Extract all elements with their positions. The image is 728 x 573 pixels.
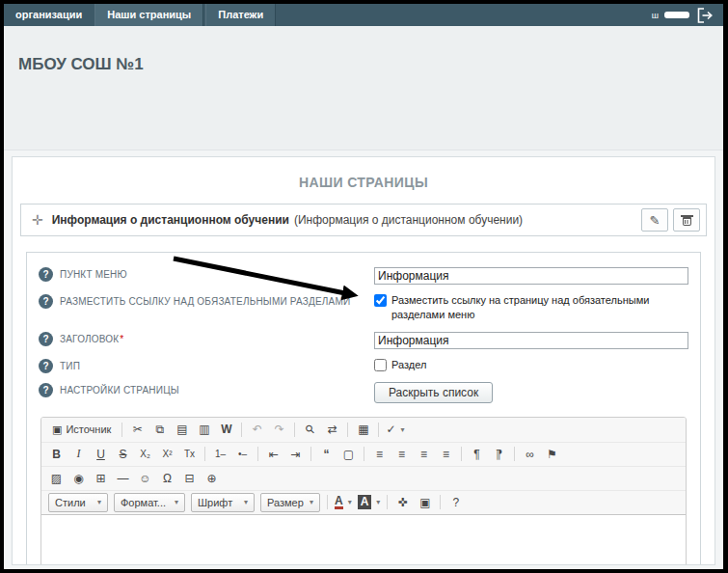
toolbar-separator <box>440 495 441 509</box>
form-row-menu-item: ? ПУНКТ МЕНЮ <box>39 266 688 285</box>
anchor-icon[interactable]: ⚑ <box>542 445 562 464</box>
nav-organizations[interactable]: организации <box>4 4 94 26</box>
font-dropdown-label: Шрифт <box>198 497 232 508</box>
chevron-down-icon: ▾ <box>400 425 404 434</box>
toolbar-separator <box>364 447 364 461</box>
undo-icon[interactable]: ↶ <box>247 420 267 439</box>
topbar: организации Наши страницы Платежи ш <box>4 4 723 26</box>
find-icon[interactable]: ⚲ <box>296 417 324 444</box>
page-break-icon[interactable]: ⊟ <box>179 469 200 488</box>
strikethrough-icon[interactable]: S <box>113 445 133 464</box>
paste-text-icon[interactable]: ▥ <box>194 420 214 439</box>
page-form: ? ПУНКТ МЕНЮ ? РАЗМЕСТИТЬ ССЫЛКУ НАД ОБЯ… <box>26 252 701 565</box>
align-center-icon[interactable]: ≡ <box>391 445 412 464</box>
link-above-checkbox-label: Разместить ссылку на страницу над обязат… <box>391 293 688 322</box>
topbar-right: ш <box>652 4 723 26</box>
help-icon[interactable]: ? <box>39 359 53 373</box>
toolbar-separator <box>387 495 388 509</box>
align-left-icon[interactable]: ≡ <box>369 445 390 464</box>
bold-icon[interactable]: B <box>46 445 67 464</box>
toggle-pill[interactable] <box>664 12 689 18</box>
bulleted-list-icon[interactable]: •– <box>232 445 253 464</box>
title-input[interactable] <box>374 332 688 349</box>
expand-list-button[interactable]: Раскрыть список <box>374 382 493 403</box>
toolbar-separator <box>310 447 311 461</box>
edit-button[interactable]: ✎ <box>641 208 668 232</box>
div-container-icon[interactable]: ▢ <box>338 445 359 464</box>
help-icon[interactable]: ? <box>39 267 53 282</box>
about-icon[interactable]: ? <box>445 493 466 512</box>
increase-indent-icon[interactable]: ⇥ <box>285 445 306 464</box>
redo-icon[interactable]: ↷ <box>269 420 289 439</box>
align-justify-icon[interactable]: ≡ <box>436 445 456 464</box>
iframe-icon[interactable]: ⊕ <box>202 469 222 488</box>
chevron-down-icon: ▾ <box>175 498 178 506</box>
ltr-paragraph-icon[interactable]: ¶ <box>467 445 487 464</box>
site-header: МБОУ СОШ №1 <box>4 26 723 150</box>
menu-item-input[interactable] <box>374 267 688 285</box>
flash-icon[interactable]: ◉ <box>68 469 89 488</box>
font-dropdown[interactable]: Шрифт ▾ <box>191 493 255 512</box>
format-dropdown-label: Формат... <box>121 497 166 508</box>
move-icon[interactable]: ✛ <box>32 212 43 228</box>
spellcheck-icon[interactable]: ✓ ▾ <box>384 420 406 439</box>
help-icon[interactable]: ? <box>39 383 53 397</box>
chevron-down-icon: ▾ <box>97 498 101 506</box>
italic-icon[interactable]: I <box>68 445 89 464</box>
menu-item-label: ПУНКТ МЕНЮ <box>60 269 127 280</box>
help-icon[interactable]: ? <box>39 294 53 309</box>
numbered-list-icon[interactable]: 1– <box>210 445 230 464</box>
select-all-icon[interactable]: ▦ <box>353 420 373 439</box>
subscript-icon[interactable]: X₂ <box>135 445 155 464</box>
underline-icon[interactable]: U <box>91 445 111 464</box>
nav-payments[interactable]: Платежи <box>205 4 276 26</box>
help-icon[interactable]: ? <box>39 332 53 346</box>
show-blocks-icon[interactable]: ▣ <box>415 493 435 512</box>
link-icon[interactable]: ∞ <box>520 445 540 464</box>
size-dropdown[interactable]: Размер ▾ <box>260 493 320 512</box>
toolbar-separator <box>378 423 379 437</box>
toolbar-separator <box>241 423 242 437</box>
toolbar-separator <box>204 447 205 461</box>
source-button[interactable]: ▣ Источник <box>46 420 117 439</box>
screenshot-frame: организации Наши страницы Платежи ш МБОУ… <box>0 0 728 573</box>
maximize-icon[interactable]: ✜ <box>392 493 413 512</box>
editor-content-area[interactable] <box>41 515 686 565</box>
toolbar-separator <box>347 423 348 437</box>
topbar-right-label: ш <box>652 11 659 20</box>
chevron-down-icon: ▾ <box>376 498 380 506</box>
blockquote-icon[interactable]: “ <box>316 445 337 464</box>
form-row-type: ? ТИП Раздел <box>39 358 688 373</box>
decrease-indent-icon[interactable]: ⇤ <box>263 445 283 464</box>
paste-icon[interactable]: ▤ <box>172 420 192 439</box>
size-dropdown-label: Размер <box>267 497 304 508</box>
styles-dropdown[interactable]: Стили ▾ <box>48 493 108 512</box>
section-checkbox[interactable] <box>374 359 387 371</box>
copy-icon[interactable]: ⧉ <box>149 420 170 439</box>
format-dropdown[interactable]: Формат... ▾ <box>114 493 185 512</box>
superscript-icon[interactable]: X² <box>157 445 177 464</box>
logout-icon[interactable] <box>695 7 715 24</box>
chevron-down-icon: ▾ <box>348 498 352 506</box>
delete-button[interactable] <box>673 208 700 232</box>
special-char-icon[interactable]: Ω <box>157 469 177 488</box>
toolbar-separator <box>514 447 515 461</box>
replace-icon[interactable]: ⇄ <box>322 420 342 439</box>
paste-word-icon[interactable]: W <box>216 420 236 439</box>
trash-icon <box>683 217 691 226</box>
page-list-item: ✛ Информация о дистанционном обучении (И… <box>20 204 707 236</box>
page-settings-label: НАСТРОЙКИ СТРАНИЦЫ <box>60 385 179 396</box>
link-above-checkbox[interactable] <box>374 294 387 307</box>
cut-icon[interactable]: ✂ <box>127 420 148 439</box>
text-color-icon[interactable]: A ▾ <box>333 493 354 512</box>
image-icon[interactable]: ▨ <box>46 469 67 488</box>
rtl-paragraph-icon[interactable]: ¶ <box>489 445 509 464</box>
smiley-icon[interactable]: ☺ <box>135 469 155 488</box>
nav-our-pages[interactable]: Наши страницы <box>94 4 203 26</box>
horizontal-rule-icon[interactable]: ― <box>113 469 133 488</box>
align-right-icon[interactable]: ≡ <box>414 445 434 464</box>
table-icon[interactable]: ⊞ <box>91 469 111 488</box>
remove-format-icon[interactable]: Tx <box>179 445 200 464</box>
background-color-icon[interactable]: A ▾ <box>356 493 383 512</box>
content-area: НАШИ СТРАНИЦЫ ✛ Информация о дистанционн… <box>4 150 723 569</box>
